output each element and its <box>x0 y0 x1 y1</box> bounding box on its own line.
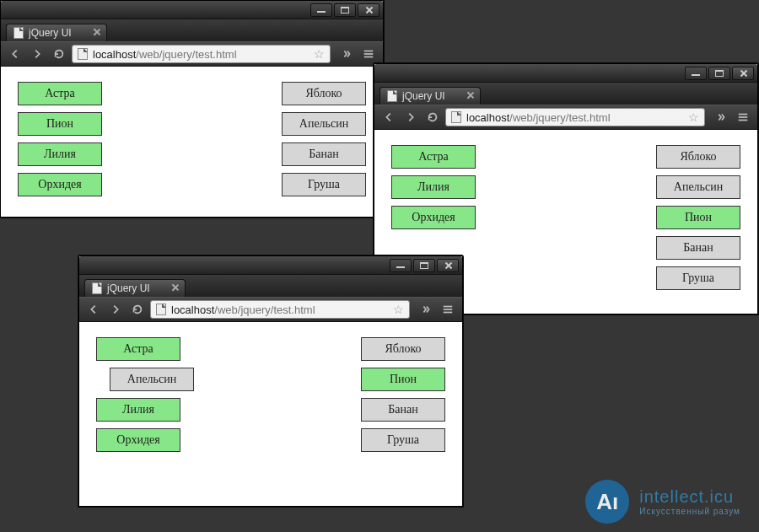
page-content: АстраАпельсинЛилияОрхидея ЯблокоПионБана… <box>79 322 462 506</box>
sortable-list-left[interactable]: АстраАпельсинЛилияОрхидея <box>96 337 189 491</box>
minimize-button[interactable] <box>310 3 332 17</box>
bookmark-star-icon[interactable]: ☆ <box>314 47 325 61</box>
close-button[interactable] <box>358 3 380 17</box>
address-bar[interactable]: localhost/web/jquery/test.html ☆ <box>445 108 705 126</box>
page-icon <box>451 111 461 123</box>
page-icon <box>387 90 397 102</box>
list-item[interactable]: Пион <box>656 206 740 229</box>
list-item[interactable]: Пион <box>361 368 445 391</box>
watermark: Aı intellect.icu Искусственный разум <box>585 480 740 524</box>
list-item[interactable]: Апельсин <box>110 368 194 391</box>
minimize-button[interactable] <box>685 67 707 80</box>
svg-rect-1 <box>364 53 374 55</box>
minimize-button[interactable] <box>390 259 412 272</box>
overflow-button[interactable] <box>712 108 730 126</box>
maximize-button[interactable] <box>334 3 356 17</box>
list-item[interactable]: Банан <box>656 236 740 260</box>
list-item[interactable]: Орхидея <box>96 428 180 452</box>
url-path: /web/jquery/test.html <box>136 48 236 61</box>
window-titlebar[interactable] <box>374 64 757 83</box>
sortable-list-left[interactable]: АстраПионЛилияОрхидея <box>18 82 110 202</box>
address-bar[interactable]: localhost/web/jquery/test.html ☆ <box>150 300 410 319</box>
menu-button[interactable] <box>439 300 457 319</box>
svg-rect-7 <box>444 309 453 310</box>
list-item[interactable]: Груша <box>282 173 366 196</box>
reload-button[interactable] <box>423 108 442 126</box>
list-item[interactable]: Лилия <box>96 398 180 422</box>
overflow-button[interactable] <box>337 45 356 63</box>
window-controls <box>685 67 754 80</box>
tab-title: jQuery UI <box>29 27 72 39</box>
close-button[interactable] <box>437 259 459 272</box>
tab-title: jQuery UI <box>402 90 445 102</box>
page-icon <box>156 304 166 315</box>
tab-strip: jQuery UI <box>374 83 757 105</box>
reload-button[interactable] <box>50 45 68 63</box>
list-item[interactable]: Орхидея <box>391 206 476 229</box>
bookmark-star-icon[interactable]: ☆ <box>393 303 404 316</box>
page-icon <box>78 48 88 60</box>
window-controls <box>310 3 380 17</box>
window-titlebar[interactable] <box>1 1 383 19</box>
list-item[interactable]: Груша <box>656 266 740 290</box>
browser-window: jQuery UI localhost/web/jquery/test.html… <box>0 0 384 218</box>
browser-tab[interactable]: jQuery UI <box>380 87 481 105</box>
browser-toolbar: localhost/web/jquery/test.html ☆ <box>374 105 757 130</box>
tab-close-icon[interactable] <box>93 28 101 36</box>
maximize-button[interactable] <box>413 259 435 272</box>
window-controls <box>390 259 459 272</box>
watermark-line1: intellect.icu <box>639 487 740 507</box>
page-icon <box>92 282 102 294</box>
list-item[interactable]: Лилия <box>391 175 476 199</box>
sortable-list-right[interactable]: ЯблокоАпельсинБананГруша <box>273 82 366 202</box>
overflow-button[interactable] <box>417 300 435 319</box>
list-item[interactable]: Апельсин <box>282 112 366 136</box>
list-item[interactable]: Банан <box>361 398 445 422</box>
svg-rect-4 <box>739 116 748 118</box>
list-item[interactable]: Груша <box>361 428 445 452</box>
menu-button[interactable] <box>734 108 752 126</box>
forward-button[interactable] <box>28 45 46 63</box>
list-item[interactable]: Банан <box>282 142 366 166</box>
list-item[interactable]: Апельсин <box>656 175 740 199</box>
list-item[interactable]: Астра <box>391 145 476 169</box>
watermark-line2: Искусственный разум <box>639 507 740 516</box>
svg-rect-5 <box>739 120 748 121</box>
list-item[interactable]: Астра <box>96 337 180 361</box>
tab-close-icon[interactable] <box>171 283 180 292</box>
list-item[interactable]: Пион <box>18 112 102 136</box>
maximize-button[interactable] <box>708 67 730 80</box>
back-button[interactable] <box>84 300 103 319</box>
forward-button[interactable] <box>106 300 125 319</box>
list-item[interactable]: Яблоко <box>282 82 366 105</box>
list-item[interactable]: Яблоко <box>656 145 740 169</box>
list-item[interactable]: Астра <box>18 82 102 105</box>
tab-strip: jQuery UI <box>1 19 383 41</box>
watermark-logo: Aı <box>585 480 629 524</box>
browser-toolbar: localhost/web/jquery/test.html ☆ <box>79 297 462 322</box>
sortable-list-right[interactable]: ЯблокоАпельсинПионБананГруша <box>648 145 740 298</box>
reload-button[interactable] <box>128 300 147 319</box>
browser-tab[interactable]: jQuery UI <box>84 279 186 297</box>
svg-rect-6 <box>444 306 453 308</box>
list-item[interactable]: Орхидея <box>18 173 102 196</box>
browser-window: jQuery UI localhost/web/jquery/test.html… <box>78 255 463 507</box>
tab-title: jQuery UI <box>107 282 150 294</box>
back-button[interactable] <box>6 45 24 63</box>
page-content: АстраПионЛилияОрхидея ЯблокоАпельсинБана… <box>1 67 383 217</box>
list-item[interactable]: Яблоко <box>361 337 445 361</box>
sortable-list-right[interactable]: ЯблокоПионБананГруша <box>353 337 445 491</box>
tab-close-icon[interactable] <box>466 91 475 99</box>
browser-tab[interactable]: jQuery UI <box>6 24 107 41</box>
bookmark-star-icon[interactable]: ☆ <box>688 110 699 124</box>
window-titlebar[interactable] <box>79 256 462 275</box>
list-item[interactable]: Лилия <box>18 142 102 166</box>
close-button[interactable] <box>732 67 754 80</box>
forward-button[interactable] <box>401 108 420 126</box>
menu-button[interactable] <box>359 45 378 63</box>
back-button[interactable] <box>380 108 398 126</box>
svg-rect-3 <box>739 114 748 116</box>
watermark-text: intellect.icu Искусственный разум <box>639 487 740 516</box>
address-bar[interactable]: localhost/web/jquery/test.html ☆ <box>72 45 331 63</box>
page-icon <box>13 27 24 39</box>
